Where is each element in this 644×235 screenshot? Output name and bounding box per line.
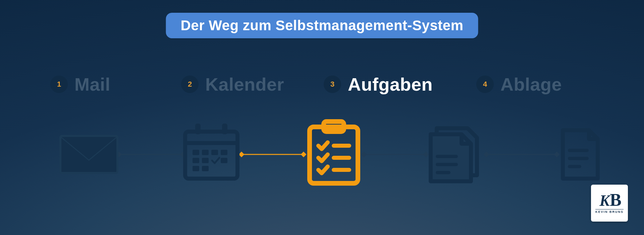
- clipboard-icon: [310, 122, 358, 183]
- svg-rect-26: [202, 166, 209, 171]
- svg-rect-7: [301, 152, 307, 157]
- svg-rect-9: [423, 152, 429, 157]
- svg-rect-24: [221, 158, 227, 163]
- step-label: Kalender: [205, 74, 284, 95]
- svg-rect-17: [222, 124, 227, 134]
- svg-rect-6: [239, 152, 245, 157]
- logo-initials: KB: [599, 193, 619, 207]
- svg-rect-27: [310, 127, 358, 183]
- step-header-ablage: 4 Ablage: [476, 74, 562, 95]
- svg-rect-25: [193, 166, 199, 171]
- svg-rect-21: [221, 150, 227, 155]
- step-badge: 3: [324, 76, 341, 93]
- svg-rect-19: [202, 150, 209, 155]
- timeline-svg: [0, 111, 644, 198]
- step-header-kalender: 2 Kalender: [181, 74, 284, 95]
- step-label: Mail: [74, 74, 110, 95]
- svg-rect-10: [484, 152, 489, 157]
- svg-rect-20: [211, 150, 218, 155]
- step-label: Ablage: [500, 74, 562, 95]
- step-header-aufgaben: 3 Aufgaben: [324, 74, 433, 95]
- brand-logo: KB KEVIN BRUNS: [591, 185, 628, 222]
- documents-icon: [431, 128, 477, 181]
- svg-rect-23: [202, 158, 209, 163]
- svg-rect-11: [554, 152, 560, 157]
- diamond: [301, 152, 307, 157]
- step-badge: 2: [181, 76, 199, 93]
- svg-rect-18: [193, 150, 199, 155]
- diamond: [423, 152, 429, 157]
- diamond: [554, 152, 560, 157]
- svg-rect-16: [195, 124, 201, 134]
- diamond: [361, 152, 367, 157]
- svg-rect-22: [193, 158, 199, 163]
- step-badge: 1: [50, 76, 68, 93]
- calendar-icon: [185, 124, 237, 179]
- logo-initial-k: K: [599, 192, 610, 209]
- logo-name: KEVIN BRUNS: [595, 209, 624, 214]
- diamond: [484, 152, 489, 157]
- svg-rect-14: [185, 132, 237, 179]
- step-header-mail: 1 Mail: [50, 74, 110, 95]
- documents-icon-trailing: [563, 130, 598, 179]
- diamond: [239, 152, 245, 157]
- step-badge: 4: [476, 76, 494, 93]
- step-label: Aufgaben: [348, 74, 433, 95]
- logo-initial-b: B: [610, 190, 620, 209]
- diagram-stage: Der Weg zum Selbstmanagement-System 1 Ma…: [0, 0, 644, 235]
- steps-row: 1 Mail 2 Kalender 3 Aufgaben 4 Ablage: [0, 74, 644, 97]
- title-pill: Der Weg zum Selbstmanagement-System: [166, 13, 478, 38]
- svg-rect-8: [361, 152, 367, 157]
- mail-icon: [60, 136, 117, 173]
